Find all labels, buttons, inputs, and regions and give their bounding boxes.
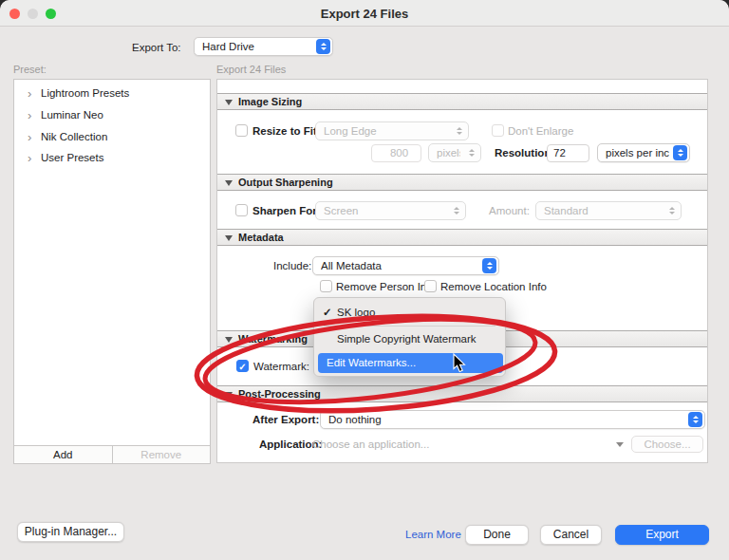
section-header-metadata[interactable]: Metadata: [217, 229, 707, 246]
resize-to-fit-checkbox[interactable]: [235, 124, 248, 137]
disclosure-triangle-icon[interactable]: [225, 235, 233, 241]
resolution-input[interactable]: 72: [547, 144, 589, 162]
titlebar: Export 24 Files: [0, 0, 729, 27]
section-header-post-processing[interactable]: Post-Processing: [217, 385, 707, 402]
sidebar-item-nik-collection[interactable]: › Nik Collection: [14, 128, 210, 147]
resize-unit-select: pixels: [428, 143, 481, 162]
stepper-icon: [452, 123, 466, 139]
remove-location-info-label: Remove Location Info: [440, 277, 547, 296]
include-label: Include:: [273, 256, 311, 275]
watermark-label: Watermark:: [253, 357, 309, 376]
menu-item-edit-watermarks[interactable]: Edit Watermarks...: [318, 353, 503, 373]
after-export-select[interactable]: Do nothing: [320, 410, 705, 429]
window-title: Export 24 Files: [0, 7, 729, 21]
resize-to-fit-label: Resize to Fit:: [252, 121, 321, 140]
preset-label: Preset:: [13, 64, 47, 75]
panel-title: Export 24 Files: [216, 64, 286, 75]
cancel-button[interactable]: Cancel: [540, 525, 602, 545]
include-metadata-select[interactable]: All Metadata: [312, 256, 499, 275]
export-settings-panel: Image Sizing Resize to Fit: Long Edge Do…: [216, 79, 708, 463]
stepper-icon: [688, 412, 702, 427]
remove-person-info-label: Remove Person Info: [336, 277, 436, 296]
section-header-output-sharpening[interactable]: Output Sharpening: [217, 174, 707, 191]
disclosure-triangle-icon[interactable]: [225, 100, 233, 105]
stepper-icon: [449, 203, 463, 218]
resolution-unit-select[interactable]: pixels per inch: [597, 143, 690, 162]
sharpen-for-label: Sharpen For:: [252, 201, 321, 220]
resize-dimension-select: Long Edge: [315, 121, 469, 140]
remove-person-info-checkbox[interactable]: [320, 280, 332, 292]
stepper-icon: [673, 145, 687, 160]
chevron-right-icon[interactable]: ›: [28, 129, 31, 146]
menu-item-sk-logo[interactable]: ✓ SK logo: [314, 304, 505, 322]
resolution-label: Resolution:: [495, 143, 554, 162]
sidebar-item-lightroom-presets[interactable]: › Lightroom Presets: [14, 84, 210, 103]
disclosure-triangle-icon[interactable]: [225, 337, 233, 343]
disclosure-triangle-icon[interactable]: [225, 180, 233, 186]
after-export-label: After Export:: [252, 410, 319, 429]
export-dialog: Export 24 Files Export To: Hard Drive Pr…: [0, 0, 729, 560]
menu-item-simple-copyright-watermark[interactable]: Simple Copyright Watermark: [314, 330, 505, 348]
watermark-menu: ✓ SK logo Simple Copyright Watermark Edi…: [313, 297, 506, 377]
amount-label: Amount:: [489, 201, 530, 220]
export-to-select[interactable]: Hard Drive: [194, 37, 333, 56]
choose-application-button: Choose...: [631, 436, 703, 453]
sidebar-item-user-presets[interactable]: › User Presets: [14, 149, 210, 168]
remove-preset-button: Remove: [112, 446, 211, 463]
sidebar-item-luminar-neo[interactable]: › Luminar Neo: [14, 106, 210, 125]
stepper-icon: [482, 258, 496, 273]
add-preset-button[interactable]: Add: [14, 446, 112, 463]
learn-more-link[interactable]: Learn More: [405, 529, 461, 540]
stepper-icon: [316, 39, 330, 54]
remove-location-info-checkbox[interactable]: [424, 280, 437, 292]
done-button[interactable]: Done: [465, 525, 529, 545]
preset-list-buttons: Add Remove: [13, 445, 211, 464]
stepper-icon: [464, 145, 478, 160]
dont-enlarge-checkbox: [492, 124, 504, 137]
amount-select: Standard: [535, 201, 682, 220]
chevron-right-icon[interactable]: ›: [28, 107, 31, 124]
chevron-right-icon[interactable]: ›: [28, 150, 31, 167]
section-header-image-sizing[interactable]: Image Sizing: [217, 93, 707, 110]
dont-enlarge-label: Don't Enlarge: [508, 121, 573, 140]
export-button[interactable]: Export: [615, 525, 709, 545]
preset-list: › Lightroom Presets › Luminar Neo › Nik …: [13, 79, 211, 464]
disclosure-triangle-icon[interactable]: [225, 392, 233, 398]
application-dropdown-icon: [616, 442, 624, 447]
resize-size-input: 800: [371, 144, 421, 162]
menu-separator: [324, 326, 495, 327]
export-to-label: Export To:: [132, 38, 181, 57]
sharpen-for-select: Screen: [315, 201, 466, 220]
chevron-right-icon[interactable]: ›: [28, 85, 31, 103]
checkmark-icon: ✓: [323, 304, 332, 322]
plugin-manager-button[interactable]: Plug-in Manager...: [17, 522, 124, 542]
stepper-icon: [664, 203, 679, 218]
application-placeholder: Choose an application...: [312, 435, 429, 454]
sharpen-for-checkbox[interactable]: [235, 204, 248, 216]
watermark-checkbox[interactable]: ✓: [236, 360, 249, 372]
